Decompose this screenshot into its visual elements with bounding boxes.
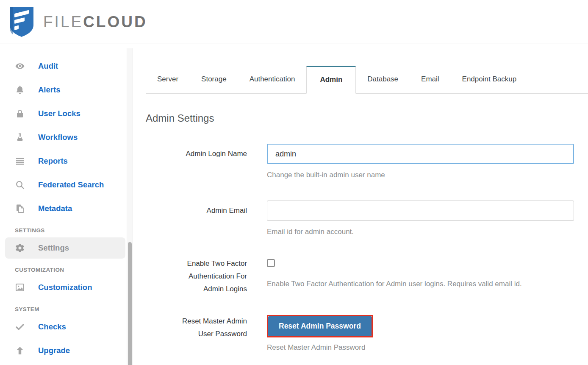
two-factor-label: Enable Two Factor Authentication For Adm… <box>146 257 247 295</box>
tab-storage[interactable]: Storage <box>190 66 238 93</box>
sidebar-section-customization: CUSTOMIZATION <box>0 260 136 276</box>
arrow-up-icon <box>15 345 25 356</box>
tab-database[interactable]: Database <box>356 66 410 93</box>
list-icon <box>15 156 25 166</box>
sidebar-item-label: Checks <box>38 322 66 332</box>
gear-icon <box>15 243 25 253</box>
sidebar-item-checks[interactable]: Checks <box>0 315 136 339</box>
sidebar-item-label: Federated Search <box>38 180 104 189</box>
filecloud-logo: FILECLOUD <box>8 6 147 38</box>
tab-admin[interactable]: Admin <box>306 66 356 94</box>
highlight-annotation-box: Reset Admin Password <box>267 315 373 337</box>
sidebar-item-label: Reports <box>38 156 68 166</box>
sidebar-item-alerts[interactable]: Alerts <box>0 78 136 102</box>
form-row-admin-email: Admin Email Email id for admin account. <box>146 201 588 238</box>
reset-admin-password-button[interactable]: Reset Admin Password <box>268 316 372 336</box>
form-row-reset-password: Reset Master Admin User Password Reset A… <box>146 315 588 354</box>
tab-email[interactable]: Email <box>410 66 451 93</box>
admin-settings-form: Admin Login Name Change the built-in adm… <box>146 144 588 354</box>
search-icon <box>15 180 25 190</box>
sidebar-item-label: Settings <box>38 243 69 253</box>
reset-password-label: Reset Master Admin User Password <box>146 315 247 354</box>
sidebar-item-label: Alerts <box>38 85 60 95</box>
admin-email-help: Email id for admin account. <box>267 226 574 238</box>
check-icon <box>15 322 25 332</box>
flask-icon <box>15 132 25 142</box>
sidebar: Audit Alerts User Locks <box>0 44 136 365</box>
form-row-admin-login-name: Admin Login Name Change the built-in adm… <box>146 144 588 181</box>
sidebar-item-label: Upgrade <box>38 346 70 355</box>
app-header: FILECLOUD <box>0 0 588 44</box>
sidebar-item-federated-search[interactable]: Federated Search <box>0 173 136 197</box>
tab-endpoint-backup[interactable]: Endpoint Backup <box>451 66 528 93</box>
sidebar-item-label: Metadata <box>38 204 72 213</box>
sidebar-item-label: Customization <box>38 283 92 292</box>
sidebar-item-upgrade[interactable]: Upgrade <box>0 339 136 362</box>
page-title: Admin Settings <box>146 112 588 124</box>
sidebar-scrollbar-track[interactable] <box>127 48 133 365</box>
copy-icon <box>15 203 25 214</box>
two-factor-help: Enable Two Factor Authentication for Adm… <box>267 278 530 290</box>
sidebar-item-workflows[interactable]: Workflows <box>0 125 136 149</box>
main-content: Server Storage Authentication Admin Data… <box>136 44 588 365</box>
sidebar-item-audit[interactable]: Audit <box>0 54 136 78</box>
sidebar-item-reports[interactable]: Reports <box>0 149 136 173</box>
admin-login-name-input[interactable] <box>267 144 574 164</box>
tab-authentication[interactable]: Authentication <box>238 66 307 93</box>
filecloud-shield-icon <box>8 6 35 38</box>
sidebar-section-system: SYSTEM <box>0 299 136 315</box>
sidebar-item-settings[interactable]: Settings <box>5 237 125 259</box>
admin-login-name-help: Change the built-in admin user name <box>267 169 574 181</box>
bell-icon <box>15 85 25 95</box>
admin-login-name-label: Admin Login Name <box>146 144 247 181</box>
sidebar-item-label: Audit <box>38 61 58 71</box>
brand-text-bold: CLOUD <box>83 13 147 31</box>
eye-icon <box>15 61 25 71</box>
tab-server[interactable]: Server <box>146 66 190 93</box>
brand-text: FILECLOUD <box>43 13 147 31</box>
sidebar-section-settings: SETTINGS <box>0 220 136 236</box>
admin-email-label: Admin Email <box>146 201 247 238</box>
form-row-two-factor: Enable Two Factor Authentication For Adm… <box>146 257 588 295</box>
sidebar-item-label: User Locks <box>38 109 80 118</box>
settings-tabs: Server Storage Authentication Admin Data… <box>146 66 588 94</box>
sidebar-item-metadata[interactable]: Metadata <box>0 197 136 220</box>
admin-email-input[interactable] <box>267 201 574 221</box>
lock-icon <box>15 109 25 119</box>
image-icon <box>15 282 25 293</box>
two-factor-checkbox[interactable] <box>267 259 275 267</box>
sidebar-item-user-locks[interactable]: User Locks <box>0 102 136 125</box>
reset-password-help: Reset Master Admin Password <box>267 342 574 354</box>
sidebar-item-label: Workflows <box>38 133 78 142</box>
brand-text-light: FILE <box>43 13 83 31</box>
sidebar-item-customization[interactable]: Customization <box>0 276 136 299</box>
sidebar-scrollbar-thumb[interactable] <box>128 242 132 365</box>
